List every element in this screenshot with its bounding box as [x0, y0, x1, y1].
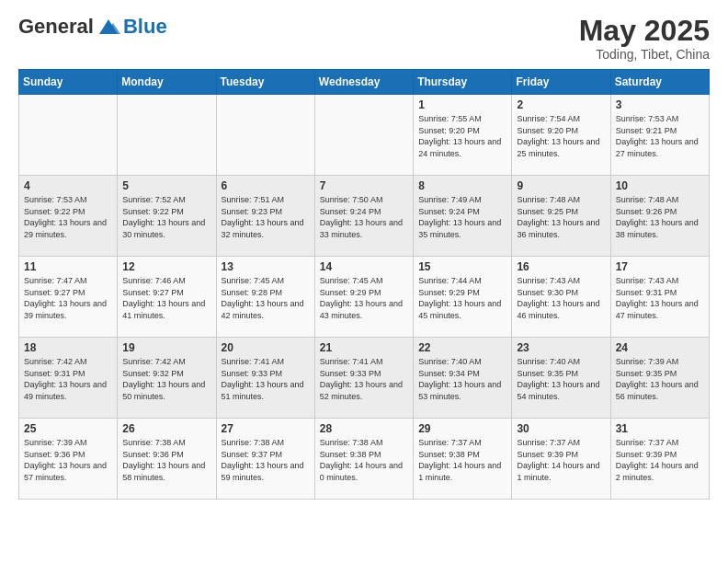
day-info: Sunrise: 7:46 AM Sunset: 9:27 PM Dayligh… — [122, 275, 210, 321]
day-number: 31 — [616, 422, 704, 435]
day-number: 7 — [320, 179, 408, 192]
day-number: 30 — [517, 422, 605, 435]
header-right: May 2025 Toding, Tibet, China — [579, 15, 710, 62]
calendar-cell — [216, 95, 314, 176]
calendar-cell: 1Sunrise: 7:55 AM Sunset: 9:20 PM Daylig… — [414, 95, 512, 176]
calendar-cell: 30Sunrise: 7:37 AM Sunset: 9:39 PM Dayli… — [512, 419, 610, 500]
calendar-week-row: 1Sunrise: 7:55 AM Sunset: 9:20 PM Daylig… — [19, 95, 710, 176]
calendar-cell: 23Sunrise: 7:40 AM Sunset: 9:35 PM Dayli… — [512, 338, 610, 419]
logo-blue-text: Blue — [123, 15, 167, 39]
day-info: Sunrise: 7:52 AM Sunset: 9:22 PM Dayligh… — [122, 194, 210, 240]
month-title: May 2025 — [579, 15, 710, 47]
calendar-cell: 4Sunrise: 7:53 AM Sunset: 9:22 PM Daylig… — [19, 176, 118, 257]
day-number: 2 — [517, 98, 605, 111]
logo-general-text: General — [18, 15, 94, 39]
calendar-cell: 17Sunrise: 7:43 AM Sunset: 9:31 PM Dayli… — [610, 257, 709, 338]
day-info: Sunrise: 7:42 AM Sunset: 9:31 PM Dayligh… — [24, 356, 112, 402]
day-of-week-header: Friday — [512, 70, 610, 95]
calendar-cell: 24Sunrise: 7:39 AM Sunset: 9:35 PM Dayli… — [610, 338, 709, 419]
header: General Blue May 2025 Toding, Tibet, Chi… — [18, 15, 710, 62]
day-info: Sunrise: 7:40 AM Sunset: 9:35 PM Dayligh… — [517, 356, 605, 402]
day-number: 18 — [24, 341, 112, 354]
day-number: 13 — [222, 260, 310, 273]
day-number: 9 — [517, 179, 605, 192]
location: Toding, Tibet, China — [579, 47, 710, 62]
calendar-table: SundayMondayTuesdayWednesdayThursdayFrid… — [18, 69, 710, 500]
day-number: 6 — [222, 179, 310, 192]
calendar-week-row: 4Sunrise: 7:53 AM Sunset: 9:22 PM Daylig… — [19, 176, 710, 257]
day-number: 20 — [222, 341, 310, 354]
calendar-week-row: 18Sunrise: 7:42 AM Sunset: 9:31 PM Dayli… — [19, 338, 710, 419]
day-number: 8 — [418, 179, 506, 192]
calendar-cell: 21Sunrise: 7:41 AM Sunset: 9:33 PM Dayli… — [314, 338, 413, 419]
day-number: 23 — [517, 341, 605, 354]
calendar-cell: 10Sunrise: 7:48 AM Sunset: 9:26 PM Dayli… — [610, 176, 709, 257]
day-number: 5 — [122, 179, 210, 192]
day-number: 22 — [418, 341, 506, 354]
calendar-cell: 19Sunrise: 7:42 AM Sunset: 9:32 PM Dayli… — [118, 338, 216, 419]
day-of-week-header: Saturday — [610, 70, 709, 95]
day-of-week-header: Tuesday — [216, 70, 314, 95]
day-info: Sunrise: 7:54 AM Sunset: 9:20 PM Dayligh… — [517, 113, 605, 159]
day-info: Sunrise: 7:50 AM Sunset: 9:24 PM Dayligh… — [320, 194, 408, 240]
calendar-week-row: 25Sunrise: 7:39 AM Sunset: 9:36 PM Dayli… — [19, 419, 710, 500]
day-number: 1 — [418, 98, 506, 111]
day-info: Sunrise: 7:37 AM Sunset: 9:39 PM Dayligh… — [616, 437, 704, 483]
day-info: Sunrise: 7:38 AM Sunset: 9:36 PM Dayligh… — [122, 437, 210, 483]
calendar-cell: 7Sunrise: 7:50 AM Sunset: 9:24 PM Daylig… — [314, 176, 413, 257]
day-info: Sunrise: 7:39 AM Sunset: 9:35 PM Dayligh… — [616, 356, 704, 402]
day-number: 29 — [418, 422, 506, 435]
day-number: 28 — [320, 422, 408, 435]
day-of-week-header: Wednesday — [314, 70, 413, 95]
day-number: 10 — [616, 179, 704, 192]
day-info: Sunrise: 7:37 AM Sunset: 9:38 PM Dayligh… — [418, 437, 506, 483]
page: General Blue May 2025 Toding, Tibet, Chi… — [0, 0, 728, 563]
calendar-cell: 14Sunrise: 7:45 AM Sunset: 9:29 PM Dayli… — [314, 257, 413, 338]
calendar-cell: 8Sunrise: 7:49 AM Sunset: 9:24 PM Daylig… — [414, 176, 512, 257]
day-number: 17 — [616, 260, 704, 273]
day-info: Sunrise: 7:41 AM Sunset: 9:33 PM Dayligh… — [320, 356, 408, 402]
calendar-cell: 16Sunrise: 7:43 AM Sunset: 9:30 PM Dayli… — [512, 257, 610, 338]
calendar-cell: 29Sunrise: 7:37 AM Sunset: 9:38 PM Dayli… — [414, 419, 512, 500]
day-info: Sunrise: 7:53 AM Sunset: 9:22 PM Dayligh… — [24, 194, 112, 240]
day-number: 15 — [418, 260, 506, 273]
day-number: 11 — [24, 260, 112, 273]
day-info: Sunrise: 7:48 AM Sunset: 9:26 PM Dayligh… — [616, 194, 704, 240]
day-info: Sunrise: 7:43 AM Sunset: 9:30 PM Dayligh… — [517, 275, 605, 321]
day-info: Sunrise: 7:55 AM Sunset: 9:20 PM Dayligh… — [418, 113, 506, 159]
calendar-cell: 31Sunrise: 7:37 AM Sunset: 9:39 PM Dayli… — [610, 419, 709, 500]
day-of-week-header: Sunday — [19, 70, 118, 95]
calendar-cell: 11Sunrise: 7:47 AM Sunset: 9:27 PM Dayli… — [19, 257, 118, 338]
day-info: Sunrise: 7:48 AM Sunset: 9:25 PM Dayligh… — [517, 194, 605, 240]
day-info: Sunrise: 7:39 AM Sunset: 9:36 PM Dayligh… — [24, 437, 112, 483]
calendar-cell: 27Sunrise: 7:38 AM Sunset: 9:37 PM Dayli… — [216, 419, 314, 500]
day-info: Sunrise: 7:38 AM Sunset: 9:37 PM Dayligh… — [222, 437, 310, 483]
day-info: Sunrise: 7:51 AM Sunset: 9:23 PM Dayligh… — [222, 194, 310, 240]
calendar-cell: 3Sunrise: 7:53 AM Sunset: 9:21 PM Daylig… — [610, 95, 709, 176]
day-info: Sunrise: 7:37 AM Sunset: 9:39 PM Dayligh… — [517, 437, 605, 483]
day-info: Sunrise: 7:43 AM Sunset: 9:31 PM Dayligh… — [616, 275, 704, 321]
day-number: 26 — [122, 422, 210, 435]
calendar-cell — [19, 95, 118, 176]
day-info: Sunrise: 7:53 AM Sunset: 9:21 PM Dayligh… — [616, 113, 704, 159]
day-of-week-header: Monday — [118, 70, 216, 95]
day-info: Sunrise: 7:40 AM Sunset: 9:34 PM Dayligh… — [418, 356, 506, 402]
calendar-cell: 15Sunrise: 7:44 AM Sunset: 9:29 PM Dayli… — [414, 257, 512, 338]
calendar-cell — [118, 95, 216, 176]
calendar-cell: 22Sunrise: 7:40 AM Sunset: 9:34 PM Dayli… — [414, 338, 512, 419]
day-info: Sunrise: 7:49 AM Sunset: 9:24 PM Dayligh… — [418, 194, 506, 240]
calendar-cell: 25Sunrise: 7:39 AM Sunset: 9:36 PM Dayli… — [19, 419, 118, 500]
calendar-header-row: SundayMondayTuesdayWednesdayThursdayFrid… — [19, 70, 710, 95]
day-number: 4 — [24, 179, 112, 192]
calendar-cell: 9Sunrise: 7:48 AM Sunset: 9:25 PM Daylig… — [512, 176, 610, 257]
logo: General Blue — [18, 15, 167, 39]
calendar-cell: 5Sunrise: 7:52 AM Sunset: 9:22 PM Daylig… — [118, 176, 216, 257]
day-info: Sunrise: 7:47 AM Sunset: 9:27 PM Dayligh… — [24, 275, 112, 321]
day-info: Sunrise: 7:42 AM Sunset: 9:32 PM Dayligh… — [122, 356, 210, 402]
day-number: 25 — [24, 422, 112, 435]
day-number: 14 — [320, 260, 408, 273]
day-info: Sunrise: 7:45 AM Sunset: 9:29 PM Dayligh… — [320, 275, 408, 321]
calendar-cell: 20Sunrise: 7:41 AM Sunset: 9:33 PM Dayli… — [216, 338, 314, 419]
day-number: 12 — [122, 260, 210, 273]
day-of-week-header: Thursday — [414, 70, 512, 95]
